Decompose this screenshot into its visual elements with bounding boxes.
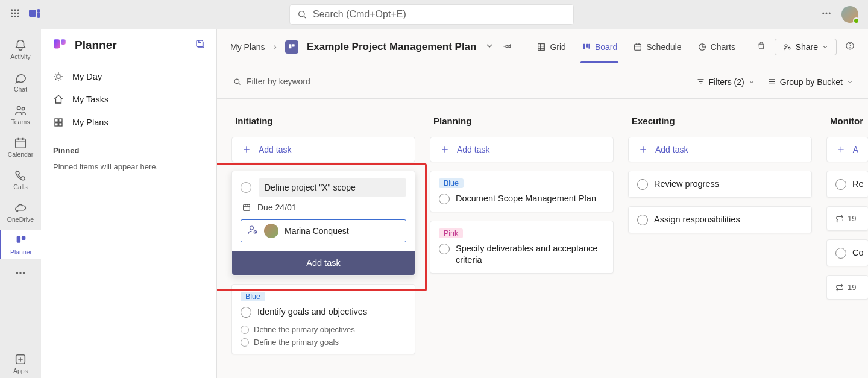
rail-planner[interactable]: Planner: [0, 230, 41, 259]
presence-available-icon: [853, 17, 860, 24]
svg-point-2: [17, 9, 19, 11]
complete-toggle[interactable]: [637, 215, 648, 225]
sidebar-item-my-day[interactable]: My Day: [41, 65, 216, 88]
bucket-title[interactable]: Initiating: [231, 113, 415, 128]
rail-more[interactable]: [0, 263, 41, 283]
rail-activity[interactable]: Activity: [0, 35, 41, 64]
bucket-title[interactable]: Monitor: [826, 113, 868, 128]
svg-rect-37: [588, 43, 590, 48]
add-task-button[interactable]: Add task: [430, 137, 614, 162]
chevron-down-icon[interactable]: [485, 41, 494, 53]
label-badge: Blue: [241, 292, 265, 301]
svg-rect-31: [59, 123, 62, 126]
breadcrumb-my-plans[interactable]: My Plans: [230, 42, 265, 52]
sidebar-section-pinned: Pinned: [41, 137, 216, 159]
svg-rect-34: [538, 43, 545, 50]
teams-left-rail: Activity Chat Teams Calendar Calls OneDr…: [0, 29, 41, 378]
share-button[interactable]: Share: [775, 39, 837, 55]
task-card[interactable]: Co: [826, 239, 868, 266]
svg-rect-9: [29, 10, 36, 17]
svg-point-43: [849, 47, 850, 48]
complete-toggle[interactable]: [241, 307, 251, 318]
add-task-button[interactable]: Add task: [628, 137, 812, 162]
new-task-confirm-button[interactable]: Add task: [232, 251, 415, 275]
add-task-button[interactable]: A: [826, 137, 868, 162]
waffle-icon[interactable]: [10, 8, 20, 21]
svg-rect-25: [61, 39, 66, 45]
rail-calls[interactable]: Calls: [0, 165, 41, 194]
add-task-button[interactable]: Add task: [231, 137, 415, 162]
svg-point-5: [17, 13, 19, 14]
svg-point-4: [14, 13, 16, 14]
complete-toggle[interactable]: [439, 194, 450, 204]
rail-teams[interactable]: Teams: [0, 100, 41, 129]
svg-point-22: [23, 272, 25, 274]
app-top-bar: Search (Cmd+Opt+E): [0, 0, 868, 29]
user-avatar[interactable]: [841, 6, 858, 23]
checklist-item[interactable]: Define the primary goals: [241, 338, 406, 347]
teams-logo-icon[interactable]: [28, 6, 42, 23]
svg-rect-28: [55, 119, 58, 122]
plan-title: Example Project Management Plan: [307, 41, 477, 53]
bucket-title[interactable]: Planning: [430, 113, 614, 128]
rail-calendar[interactable]: Calendar: [0, 133, 41, 162]
help-icon[interactable]: [845, 41, 855, 53]
view-charts[interactable]: Charts: [696, 39, 737, 55]
new-task-due[interactable]: Due 24/01: [241, 203, 406, 212]
pop-out-icon[interactable]: [195, 39, 206, 52]
main-content: My Plans › Example Project Management Pl…: [217, 29, 868, 378]
svg-rect-29: [59, 119, 62, 122]
search-box[interactable]: Search (Cmd+Opt+E): [290, 5, 573, 24]
task-card[interactable]: Pink Specify deliverables and acceptance…: [430, 221, 614, 274]
plan-icon: [285, 40, 298, 54]
svg-point-27: [57, 75, 60, 78]
rail-onedrive[interactable]: OneDrive: [0, 198, 41, 227]
task-card[interactable]: Review progress: [628, 171, 812, 198]
sidebar-pinned-hint: Pinned items will appear here.: [41, 159, 216, 175]
view-board[interactable]: Board: [580, 39, 618, 55]
svg-point-8: [17, 16, 19, 17]
bucket-title[interactable]: Executing: [628, 113, 812, 128]
planner-app-icon: [52, 37, 68, 53]
sidebar-item-my-plans[interactable]: My Plans: [41, 111, 216, 134]
complete-toggle[interactable]: [835, 179, 846, 190]
planner-sidebar: Planner My Day My Tasks My Plans Pinned …: [41, 29, 217, 378]
task-card[interactable]: 19: [826, 206, 868, 231]
svg-point-40: [785, 45, 787, 47]
complete-toggle[interactable]: [835, 248, 846, 259]
view-schedule[interactable]: Schedule: [632, 39, 682, 55]
svg-rect-19: [22, 236, 25, 240]
task-card[interactable]: 19: [826, 275, 868, 300]
svg-point-21: [19, 272, 21, 274]
task-card[interactable]: Blue Identify goals and objectives Defin…: [231, 284, 415, 354]
task-card[interactable]: Re: [826, 171, 868, 198]
view-grid[interactable]: Grid: [535, 39, 567, 55]
rail-apps[interactable]: Apps: [0, 349, 41, 378]
complete-toggle[interactable]: [637, 179, 648, 190]
new-task-title-input[interactable]: [259, 178, 406, 197]
assign-person-icon: [247, 224, 258, 238]
pin-icon[interactable]: [503, 41, 512, 53]
bucket-planning: Planning Add task Blue Document Scope Ma…: [430, 113, 614, 378]
plan-header: My Plans › Example Project Management Pl…: [217, 29, 868, 65]
complete-toggle[interactable]: [439, 244, 450, 254]
checklist-item[interactable]: Define the primary objectives: [241, 325, 406, 334]
top-right-actions: [821, 6, 858, 23]
filter-keyword-input[interactable]: Filter by keyword: [231, 73, 400, 90]
svg-point-3: [11, 13, 13, 14]
svg-rect-30: [55, 123, 58, 126]
svg-rect-35: [583, 43, 585, 49]
bag-icon[interactable]: [756, 41, 766, 53]
new-task-assignee-picker[interactable]: Marina Conquest: [241, 219, 406, 242]
groupby-button[interactable]: Group by Bucket: [767, 77, 854, 87]
complete-toggle[interactable]: [241, 182, 251, 193]
more-icon[interactable]: [821, 8, 832, 21]
sidebar-item-my-tasks[interactable]: My Tasks: [41, 88, 216, 111]
task-card[interactable]: Blue Document Scope Management Plan: [430, 171, 614, 212]
svg-rect-33: [292, 44, 294, 46]
svg-point-16: [22, 107, 25, 110]
task-card[interactable]: Assign responsibilities: [628, 206, 812, 233]
svg-point-20: [16, 272, 18, 274]
rail-chat[interactable]: Chat: [0, 68, 41, 96]
filters-button[interactable]: Filters (2): [696, 77, 755, 87]
